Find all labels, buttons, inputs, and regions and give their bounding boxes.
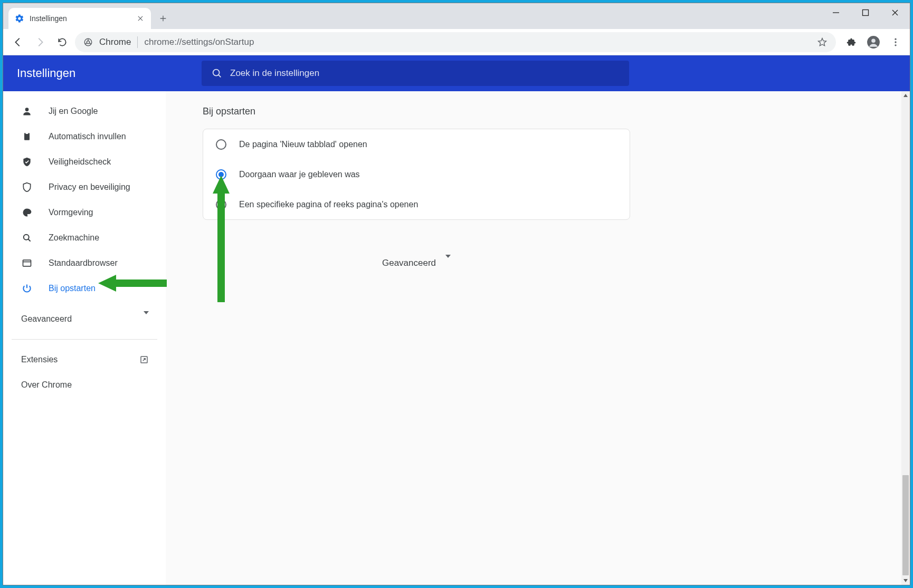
profile-avatar-icon[interactable] bbox=[864, 33, 882, 51]
browser-window-icon bbox=[21, 257, 33, 269]
chevron-down-icon bbox=[144, 314, 149, 324]
radio-icon bbox=[216, 169, 226, 180]
omnibox-protocol-label: Chrome bbox=[99, 37, 131, 47]
svg-rect-0 bbox=[863, 10, 869, 16]
window-frame: Instellingen Chrome bbox=[3, 3, 910, 585]
address-bar-row: Chrome chrome://settings/onStartup bbox=[3, 29, 910, 55]
window-close-button[interactable] bbox=[880, 3, 910, 22]
window-controls bbox=[821, 3, 910, 22]
window-minimize-button[interactable] bbox=[821, 3, 851, 22]
svg-marker-20 bbox=[904, 579, 908, 582]
sidebar-item-label: Privacy en beveiliging bbox=[49, 182, 130, 192]
radio-icon bbox=[216, 139, 226, 150]
sidebar-item-label: Jij en Google bbox=[49, 107, 98, 116]
gear-icon bbox=[15, 14, 24, 23]
sidebar-item-label: Standaardbrowser bbox=[49, 258, 118, 268]
settings-title: Instellingen bbox=[17, 66, 191, 80]
browser-tab[interactable]: Instellingen bbox=[8, 8, 151, 29]
shield-check-icon bbox=[21, 156, 33, 168]
omnibox[interactable]: Chrome chrome://settings/onStartup bbox=[75, 32, 836, 52]
scroll-down-arrow-icon[interactable] bbox=[901, 576, 910, 585]
sidebar-separator bbox=[12, 339, 157, 340]
power-icon bbox=[21, 283, 33, 294]
startup-option-new-tab[interactable]: De pagina 'Nieuw tabblad' openen bbox=[203, 129, 630, 159]
settings-search-box[interactable] bbox=[202, 61, 629, 86]
sidebar-item-safety-check[interactable]: Veiligheidscheck bbox=[3, 149, 166, 175]
settings-sidebar: Jij en Google Automatisch invullen Veili… bbox=[3, 91, 166, 585]
sidebar-item-label: Bij opstarten bbox=[49, 284, 96, 293]
shield-icon bbox=[21, 181, 33, 193]
open-external-icon bbox=[139, 355, 149, 364]
sidebar-item-default-browser[interactable]: Standaardbrowser bbox=[3, 250, 166, 276]
content-row: Jij en Google Automatisch invullen Veili… bbox=[3, 91, 910, 585]
radio-label: Doorgaan waar je gebleven was bbox=[239, 170, 360, 179]
svg-rect-11 bbox=[26, 132, 28, 134]
svg-point-4 bbox=[871, 38, 876, 43]
sidebar-item-search-engine[interactable]: Zoekmachine bbox=[3, 225, 166, 250]
new-tab-button[interactable] bbox=[155, 11, 171, 26]
sidebar-advanced-label: Geavanceerd bbox=[21, 314, 72, 324]
sidebar-item-appearance[interactable]: Vormgeving bbox=[3, 200, 166, 225]
scroll-up-arrow-icon[interactable] bbox=[901, 91, 910, 100]
nav-back-button[interactable] bbox=[8, 33, 27, 52]
advanced-section-toggle[interactable]: Geavanceerd bbox=[203, 248, 630, 278]
window-maximize-button[interactable] bbox=[851, 3, 880, 22]
sidebar-about-link[interactable]: Over Chrome bbox=[3, 372, 166, 398]
palette-icon bbox=[21, 207, 33, 218]
search-icon bbox=[211, 68, 223, 79]
sidebar-item-autofill[interactable]: Automatisch invullen bbox=[3, 124, 166, 149]
sidebar-extensions-label: Extensies bbox=[21, 355, 58, 364]
svg-point-2 bbox=[87, 41, 89, 43]
sidebar-about-label: Over Chrome bbox=[21, 380, 72, 390]
person-icon bbox=[21, 105, 33, 117]
extensions-puzzle-icon[interactable] bbox=[842, 33, 860, 51]
star-icon[interactable] bbox=[817, 37, 828, 47]
svg-marker-19 bbox=[904, 94, 908, 97]
nav-forward-button[interactable] bbox=[31, 33, 50, 52]
settings-search-input[interactable] bbox=[230, 68, 620, 79]
svg-point-12 bbox=[24, 235, 29, 240]
sidebar-item-privacy[interactable]: Privacy en beveiliging bbox=[3, 175, 166, 200]
radio-label: Een specifieke pagina of reeks pagina's … bbox=[239, 200, 418, 209]
tab-title: Instellingen bbox=[30, 14, 131, 23]
search-icon bbox=[21, 232, 33, 244]
startup-options-card: De pagina 'Nieuw tabblad' openen Doorgaa… bbox=[203, 129, 630, 220]
sidebar-item-you-and-google[interactable]: Jij en Google bbox=[3, 99, 166, 124]
section-title: Bij opstarten bbox=[203, 106, 910, 117]
svg-rect-13 bbox=[23, 260, 31, 266]
radio-icon bbox=[216, 199, 226, 210]
chrome-page-icon bbox=[83, 37, 93, 47]
radio-label: De pagina 'Nieuw tabblad' openen bbox=[239, 140, 367, 149]
scrollbar-track[interactable] bbox=[901, 91, 910, 585]
startup-option-continue[interactable]: Doorgaan waar je gebleven was bbox=[203, 159, 630, 189]
kebab-menu-icon[interactable] bbox=[887, 33, 905, 51]
svg-rect-10 bbox=[24, 133, 30, 140]
sidebar-item-label: Veiligheidscheck bbox=[49, 157, 111, 167]
advanced-label: Geavanceerd bbox=[382, 258, 436, 268]
settings-main: Bij opstarten De pagina 'Nieuw tabblad' … bbox=[166, 91, 910, 585]
sidebar-advanced-toggle[interactable]: Geavanceerd bbox=[3, 306, 166, 332]
omnibox-divider bbox=[137, 36, 138, 48]
content-viewport: Jij en Google Automatisch invullen Veili… bbox=[3, 91, 910, 585]
sidebar-item-label: Zoekmachine bbox=[49, 233, 99, 243]
svg-point-9 bbox=[25, 108, 29, 111]
sidebar-extensions-link[interactable]: Extensies bbox=[3, 347, 166, 372]
nav-reload-button[interactable] bbox=[53, 33, 72, 52]
tab-close-icon[interactable] bbox=[136, 14, 145, 23]
omnibox-url: chrome://settings/onStartup bbox=[144, 37, 811, 47]
clipboard-icon bbox=[21, 131, 33, 142]
scrollbar-thumb[interactable] bbox=[902, 475, 909, 575]
svg-point-8 bbox=[213, 70, 220, 76]
svg-point-6 bbox=[895, 41, 896, 43]
sidebar-item-label: Automatisch invullen bbox=[49, 132, 126, 141]
settings-header: Instellingen bbox=[3, 55, 910, 91]
chevron-down-icon bbox=[445, 258, 451, 268]
svg-point-5 bbox=[895, 38, 896, 40]
sidebar-item-label: Vormgeving bbox=[49, 208, 93, 217]
svg-point-7 bbox=[895, 44, 896, 46]
sidebar-item-on-startup[interactable]: Bij opstarten bbox=[3, 276, 166, 301]
titlebar: Instellingen bbox=[3, 3, 910, 29]
startup-option-specific-pages[interactable]: Een specifieke pagina of reeks pagina's … bbox=[203, 189, 630, 219]
